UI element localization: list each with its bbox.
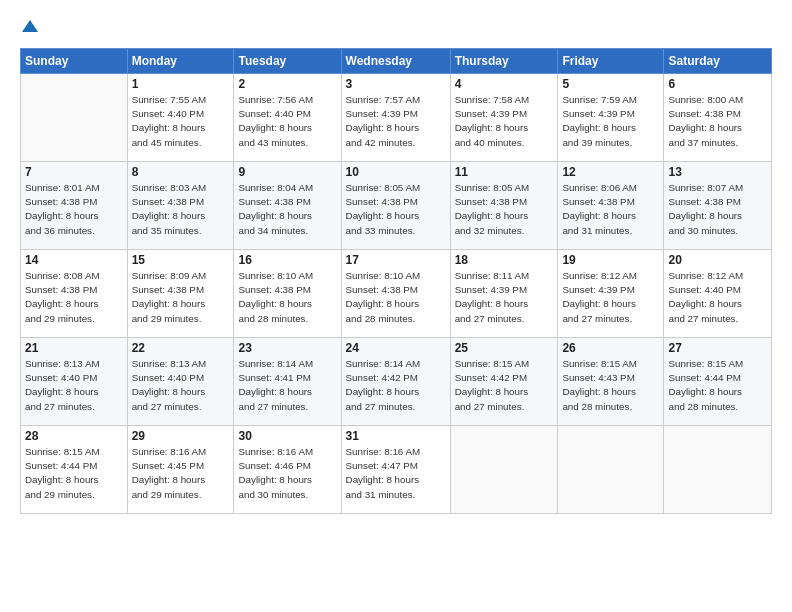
calendar-header: SundayMondayTuesdayWednesdayThursdayFrid… xyxy=(21,49,772,74)
header-row: SundayMondayTuesdayWednesdayThursdayFrid… xyxy=(21,49,772,74)
calendar-cell: 6Sunrise: 8:00 AMSunset: 4:38 PMDaylight… xyxy=(664,74,772,162)
week-row-3: 21Sunrise: 8:13 AMSunset: 4:40 PMDayligh… xyxy=(21,338,772,426)
calendar-cell: 12Sunrise: 8:06 AMSunset: 4:38 PMDayligh… xyxy=(558,162,664,250)
day-info: Sunrise: 8:08 AMSunset: 4:38 PMDaylight:… xyxy=(25,269,123,326)
week-row-4: 28Sunrise: 8:15 AMSunset: 4:44 PMDayligh… xyxy=(21,426,772,514)
day-info: Sunrise: 8:12 AMSunset: 4:39 PMDaylight:… xyxy=(562,269,659,326)
day-number: 24 xyxy=(346,341,446,355)
day-number: 15 xyxy=(132,253,230,267)
calendar-cell: 27Sunrise: 8:15 AMSunset: 4:44 PMDayligh… xyxy=(664,338,772,426)
header-day-monday: Monday xyxy=(127,49,234,74)
day-number: 18 xyxy=(455,253,554,267)
day-number: 7 xyxy=(25,165,123,179)
day-number: 5 xyxy=(562,77,659,91)
day-info: Sunrise: 8:00 AMSunset: 4:38 PMDaylight:… xyxy=(668,93,767,150)
day-info: Sunrise: 8:03 AMSunset: 4:38 PMDaylight:… xyxy=(132,181,230,238)
header-day-thursday: Thursday xyxy=(450,49,558,74)
calendar-cell: 13Sunrise: 8:07 AMSunset: 4:38 PMDayligh… xyxy=(664,162,772,250)
header-day-saturday: Saturday xyxy=(664,49,772,74)
page: SundayMondayTuesdayWednesdayThursdayFrid… xyxy=(0,0,792,612)
calendar-cell: 7Sunrise: 8:01 AMSunset: 4:38 PMDaylight… xyxy=(21,162,128,250)
day-number: 10 xyxy=(346,165,446,179)
day-info: Sunrise: 8:13 AMSunset: 4:40 PMDaylight:… xyxy=(25,357,123,414)
day-number: 14 xyxy=(25,253,123,267)
day-number: 2 xyxy=(238,77,336,91)
calendar-cell xyxy=(664,426,772,514)
day-number: 3 xyxy=(346,77,446,91)
calendar-cell: 20Sunrise: 8:12 AMSunset: 4:40 PMDayligh… xyxy=(664,250,772,338)
day-number: 26 xyxy=(562,341,659,355)
calendar-cell: 8Sunrise: 8:03 AMSunset: 4:38 PMDaylight… xyxy=(127,162,234,250)
day-info: Sunrise: 8:16 AMSunset: 4:47 PMDaylight:… xyxy=(346,445,446,502)
day-number: 19 xyxy=(562,253,659,267)
day-info: Sunrise: 8:15 AMSunset: 4:44 PMDaylight:… xyxy=(25,445,123,502)
calendar-cell xyxy=(450,426,558,514)
day-info: Sunrise: 8:06 AMSunset: 4:38 PMDaylight:… xyxy=(562,181,659,238)
day-number: 8 xyxy=(132,165,230,179)
day-info: Sunrise: 8:01 AMSunset: 4:38 PMDaylight:… xyxy=(25,181,123,238)
day-number: 11 xyxy=(455,165,554,179)
calendar-cell: 21Sunrise: 8:13 AMSunset: 4:40 PMDayligh… xyxy=(21,338,128,426)
day-number: 22 xyxy=(132,341,230,355)
calendar-cell: 26Sunrise: 8:15 AMSunset: 4:43 PMDayligh… xyxy=(558,338,664,426)
calendar-cell: 23Sunrise: 8:14 AMSunset: 4:41 PMDayligh… xyxy=(234,338,341,426)
day-info: Sunrise: 8:10 AMSunset: 4:38 PMDaylight:… xyxy=(238,269,336,326)
calendar-cell: 15Sunrise: 8:09 AMSunset: 4:38 PMDayligh… xyxy=(127,250,234,338)
header-day-tuesday: Tuesday xyxy=(234,49,341,74)
day-info: Sunrise: 8:09 AMSunset: 4:38 PMDaylight:… xyxy=(132,269,230,326)
calendar-cell: 2Sunrise: 7:56 AMSunset: 4:40 PMDaylight… xyxy=(234,74,341,162)
day-info: Sunrise: 7:57 AMSunset: 4:39 PMDaylight:… xyxy=(346,93,446,150)
calendar-cell: 1Sunrise: 7:55 AMSunset: 4:40 PMDaylight… xyxy=(127,74,234,162)
day-number: 21 xyxy=(25,341,123,355)
calendar-cell: 31Sunrise: 8:16 AMSunset: 4:47 PMDayligh… xyxy=(341,426,450,514)
calendar-cell: 3Sunrise: 7:57 AMSunset: 4:39 PMDaylight… xyxy=(341,74,450,162)
day-number: 29 xyxy=(132,429,230,443)
day-number: 28 xyxy=(25,429,123,443)
calendar-cell: 10Sunrise: 8:05 AMSunset: 4:38 PMDayligh… xyxy=(341,162,450,250)
svg-marker-0 xyxy=(22,20,38,32)
day-info: Sunrise: 8:15 AMSunset: 4:42 PMDaylight:… xyxy=(455,357,554,414)
logo-icon xyxy=(22,18,38,34)
day-info: Sunrise: 8:05 AMSunset: 4:38 PMDaylight:… xyxy=(346,181,446,238)
day-number: 1 xyxy=(132,77,230,91)
calendar-cell xyxy=(21,74,128,162)
day-info: Sunrise: 7:59 AMSunset: 4:39 PMDaylight:… xyxy=(562,93,659,150)
day-info: Sunrise: 8:13 AMSunset: 4:40 PMDaylight:… xyxy=(132,357,230,414)
day-info: Sunrise: 8:16 AMSunset: 4:46 PMDaylight:… xyxy=(238,445,336,502)
day-number: 27 xyxy=(668,341,767,355)
logo xyxy=(20,18,38,38)
day-info: Sunrise: 8:07 AMSunset: 4:38 PMDaylight:… xyxy=(668,181,767,238)
calendar-cell: 18Sunrise: 8:11 AMSunset: 4:39 PMDayligh… xyxy=(450,250,558,338)
week-row-0: 1Sunrise: 7:55 AMSunset: 4:40 PMDaylight… xyxy=(21,74,772,162)
day-info: Sunrise: 8:05 AMSunset: 4:38 PMDaylight:… xyxy=(455,181,554,238)
day-info: Sunrise: 7:55 AMSunset: 4:40 PMDaylight:… xyxy=(132,93,230,150)
day-info: Sunrise: 8:16 AMSunset: 4:45 PMDaylight:… xyxy=(132,445,230,502)
day-info: Sunrise: 7:58 AMSunset: 4:39 PMDaylight:… xyxy=(455,93,554,150)
calendar-cell: 25Sunrise: 8:15 AMSunset: 4:42 PMDayligh… xyxy=(450,338,558,426)
calendar-cell: 14Sunrise: 8:08 AMSunset: 4:38 PMDayligh… xyxy=(21,250,128,338)
day-info: Sunrise: 7:56 AMSunset: 4:40 PMDaylight:… xyxy=(238,93,336,150)
day-number: 20 xyxy=(668,253,767,267)
day-info: Sunrise: 8:15 AMSunset: 4:44 PMDaylight:… xyxy=(668,357,767,414)
week-row-1: 7Sunrise: 8:01 AMSunset: 4:38 PMDaylight… xyxy=(21,162,772,250)
day-number: 9 xyxy=(238,165,336,179)
calendar-cell: 11Sunrise: 8:05 AMSunset: 4:38 PMDayligh… xyxy=(450,162,558,250)
calendar-cell: 19Sunrise: 8:12 AMSunset: 4:39 PMDayligh… xyxy=(558,250,664,338)
day-number: 17 xyxy=(346,253,446,267)
day-number: 30 xyxy=(238,429,336,443)
calendar-cell: 30Sunrise: 8:16 AMSunset: 4:46 PMDayligh… xyxy=(234,426,341,514)
day-info: Sunrise: 8:10 AMSunset: 4:38 PMDaylight:… xyxy=(346,269,446,326)
day-info: Sunrise: 8:12 AMSunset: 4:40 PMDaylight:… xyxy=(668,269,767,326)
day-number: 12 xyxy=(562,165,659,179)
day-info: Sunrise: 8:11 AMSunset: 4:39 PMDaylight:… xyxy=(455,269,554,326)
day-number: 16 xyxy=(238,253,336,267)
day-number: 23 xyxy=(238,341,336,355)
day-number: 13 xyxy=(668,165,767,179)
calendar-cell: 16Sunrise: 8:10 AMSunset: 4:38 PMDayligh… xyxy=(234,250,341,338)
calendar-cell xyxy=(558,426,664,514)
header-day-friday: Friday xyxy=(558,49,664,74)
calendar-body: 1Sunrise: 7:55 AMSunset: 4:40 PMDaylight… xyxy=(21,74,772,514)
day-number: 31 xyxy=(346,429,446,443)
calendar-cell: 4Sunrise: 7:58 AMSunset: 4:39 PMDaylight… xyxy=(450,74,558,162)
header-day-wednesday: Wednesday xyxy=(341,49,450,74)
